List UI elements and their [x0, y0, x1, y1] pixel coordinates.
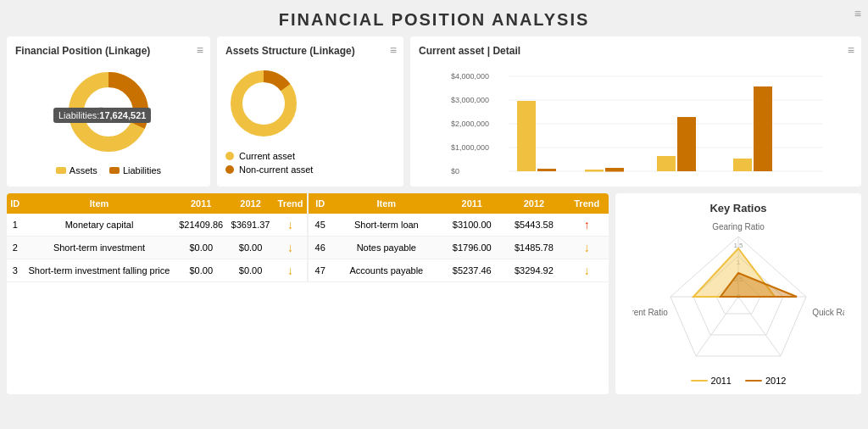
cell-trend: ↓	[274, 236, 307, 259]
right-th-item: Item	[331, 193, 441, 214]
left-th-2012: 2012	[227, 193, 274, 214]
current-asset-label: Current asset	[239, 151, 295, 161]
cell-id: 3	[7, 259, 23, 281]
radar-legend: 2011 2012	[624, 376, 853, 386]
assets-legend: Current asset Non-current asset	[225, 151, 395, 175]
bar-card-menu-icon[interactable]: ≡	[848, 43, 854, 57]
cell-id: 2	[7, 236, 23, 259]
table-row: 47 Accounts payable $5237.46 $3294.92 ↓	[309, 259, 609, 281]
cell-2012: $0.00	[227, 259, 274, 281]
bar-interest-2011	[657, 156, 676, 171]
cell-id: 46	[309, 236, 331, 259]
svg-line-34	[696, 297, 738, 356]
legend-assets: Assets	[56, 165, 97, 176]
svg-text:Quick Ratio: Quick Ratio	[812, 308, 844, 317]
left-th-id: ID	[7, 193, 23, 214]
legend-liabilities: Liabilities	[109, 165, 161, 176]
cell-item: Notes payable	[331, 236, 441, 259]
svg-text:$1,000,000: $1,000,000	[451, 143, 489, 152]
radar-label-2011: 2011	[711, 376, 732, 386]
cell-2012: $3294.92	[503, 259, 565, 281]
cell-2011: $0.00	[175, 259, 227, 281]
right-table: ID Item 2011 2012 Trend 45 Short-term lo…	[309, 193, 609, 282]
left-th-2011: 2011	[175, 193, 227, 214]
noncurrent-asset-dot	[225, 165, 234, 174]
cell-item: Short-term investment falling price	[23, 259, 175, 281]
bar-monetary-2011	[517, 101, 536, 171]
cell-trend: ↓	[565, 259, 609, 281]
current-asset-detail-card: Current asset | Detail ≡ $0 $1,000,000 $…	[410, 36, 861, 187]
legend-liabilities-label: Liabilities	[123, 165, 161, 176]
radar-chart-svg: Gearing Ratio Quick Ratio Current Ratio …	[632, 218, 844, 370]
table-row: 1 Monetary capital $21409.86 $3691.37 ↓	[7, 214, 307, 237]
cell-2011: $0.00	[175, 236, 227, 259]
bar-other-2012	[754, 86, 772, 171]
legend-liabilities-dot	[109, 167, 120, 174]
donut-card-menu-icon[interactable]: ≡	[197, 43, 203, 57]
cell-trend: ↓	[565, 236, 609, 259]
assets-card-title: Assets Structure (Linkage)	[225, 45, 395, 58]
table-row: 2 Short-term investment $0.00 $0.00 ↓	[7, 236, 307, 259]
cell-trend: ↓	[274, 214, 307, 237]
cell-2011: $5237.46	[441, 259, 503, 281]
left-table: ID Item 2011 2012 Trend 1 Monetary capit…	[7, 193, 307, 282]
cell-id: 47	[309, 259, 331, 281]
cell-2011: $3100.00	[441, 214, 503, 237]
bottom-row: ID Item 2011 2012 Trend 1 Monetary capit…	[7, 193, 861, 394]
cell-2012: $0.00	[227, 236, 274, 259]
svg-text:Gearing Ratio: Gearing Ratio	[712, 222, 765, 231]
left-th-item: Item	[23, 193, 175, 214]
svg-text:$2,000,000: $2,000,000	[451, 120, 489, 128]
current-asset-dot	[225, 152, 234, 160]
page-title: FINANCIAL POSITION ANALYSIS	[0, 0, 868, 36]
radar-line-2012	[745, 380, 762, 382]
radar-label-2012: 2012	[765, 376, 786, 386]
radar-legend-2012: 2012	[745, 376, 786, 386]
cell-trend: ↓	[274, 259, 307, 281]
left-table-header: ID Item 2011 2012 Trend	[7, 193, 307, 214]
cell-2012: $1485.78	[503, 236, 565, 259]
svg-text:$3,000,000: $3,000,000	[451, 96, 489, 104]
right-table-container: ID Item 2011 2012 Trend 45 Short-term lo…	[307, 193, 609, 282]
bar-chart-area: $0 $1,000,000 $2,000,000 $3,000,000 $4,0…	[419, 65, 853, 176]
radar-title: Key Ratios	[624, 202, 853, 214]
cell-2012: $5443.58	[503, 214, 565, 237]
bar-interest-2012	[677, 117, 696, 171]
bar-bill-2011	[585, 170, 604, 172]
cell-2011: $21409.86	[175, 214, 227, 237]
bar-bill-2012	[605, 168, 624, 172]
right-th-id: ID	[309, 193, 331, 214]
donut-tooltip: Liabilities:17,624,521	[53, 108, 151, 123]
right-th-trend: Trend	[565, 193, 609, 214]
cell-item: Accounts payable	[331, 259, 441, 281]
left-th-trend: Trend	[274, 193, 307, 214]
cell-id: 1	[7, 214, 23, 237]
key-ratios-card: ≡ Key Ratios Gearing Ratio Quick Ratio C…	[615, 193, 861, 394]
legend-current-asset: Current asset	[225, 151, 395, 161]
tables-wrapper: ID Item 2011 2012 Trend 1 Monetary capit…	[7, 193, 609, 282]
radar-card-menu-icon[interactable]: ≡	[854, 7, 861, 20]
legend-assets-dot	[56, 167, 66, 174]
left-table-container: ID Item 2011 2012 Trend 1 Monetary capit…	[7, 193, 307, 282]
radar-line-2011	[691, 380, 708, 382]
assets-donut-svg	[225, 65, 302, 142]
cell-2011: $1796.00	[441, 236, 503, 259]
bar-monetary-2012	[537, 169, 556, 171]
bar-chart-svg: $0 $1,000,000 $2,000,000 $3,000,000 $4,0…	[419, 65, 853, 176]
right-th-2011: 2011	[441, 193, 503, 214]
donut-chart-container: ☞ Liabilities:17,624,521	[62, 65, 155, 159]
data-tables-section: ID Item 2011 2012 Trend 1 Monetary capit…	[7, 193, 609, 394]
cell-item: Short-term investment	[23, 236, 175, 259]
table-row: 45 Short-term loan $3100.00 $5443.58 ↑	[309, 214, 609, 237]
dashboard: Financial Position (Linkage) ≡ ☞ Liabili…	[0, 36, 868, 401]
cell-item: Short-term loan	[331, 214, 441, 237]
svg-text:$4,000,000: $4,000,000	[451, 72, 489, 81]
assets-card-menu-icon[interactable]: ≡	[390, 43, 397, 57]
legend-assets-label: Assets	[70, 165, 97, 176]
radar-legend-2011: 2011	[691, 376, 732, 386]
table-row: 46 Notes payable $1796.00 $1485.78 ↓	[309, 236, 609, 259]
top-row: Financial Position (Linkage) ≡ ☞ Liabili…	[7, 36, 861, 187]
bar-other-2011	[733, 159, 752, 171]
svg-text:$0: $0	[451, 167, 459, 176]
cell-id: 45	[309, 214, 331, 237]
